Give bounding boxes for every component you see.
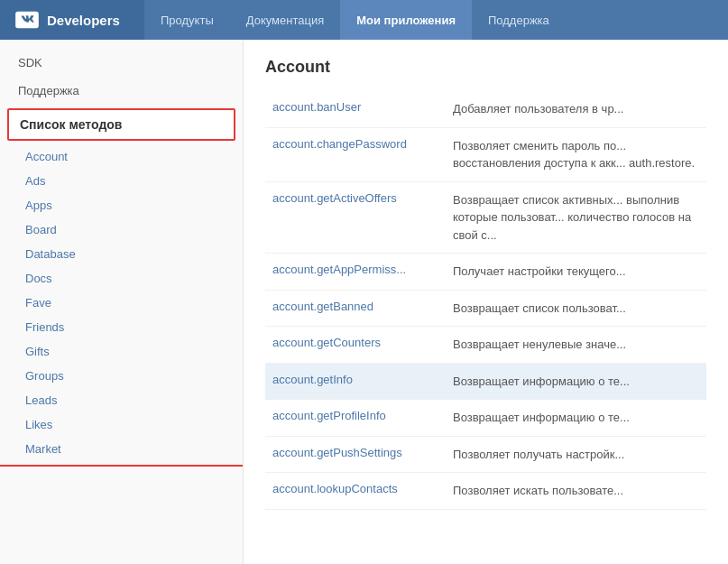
- sidebar-item-sdk[interactable]: SDK: [0, 49, 243, 77]
- api-method-desc: Возвращает список активных... выполнив к…: [446, 181, 706, 254]
- table-row: account.getPushSettingsПозволяет получат…: [265, 436, 706, 473]
- api-method-name[interactable]: account.getActiveOffers: [265, 181, 446, 254]
- api-method-desc: Позволяет получать настройк...: [446, 436, 706, 473]
- table-row: account.banUserДобавляет пользователя в …: [265, 91, 706, 127]
- api-table: account.banUserДобавляет пользователя в …: [265, 91, 706, 510]
- api-method-name[interactable]: account.getProfileInfo: [265, 400, 446, 437]
- sidebar-sub-apps[interactable]: Apps: [0, 193, 243, 217]
- table-row: account.changePasswordПозволяет сменить …: [265, 127, 706, 181]
- api-method-desc: Возвращает список пользоват...: [446, 290, 706, 327]
- nav-item-apps[interactable]: Мои приложения: [340, 0, 472, 40]
- sidebar-sub-database[interactable]: Database: [0, 242, 243, 266]
- sidebar: SDK Поддержка Список методов Account Ads…: [0, 40, 244, 564]
- api-method-desc: Добавляет пользователя в чр...: [446, 91, 706, 127]
- api-method-desc: Получает настройки текущего...: [446, 254, 706, 291]
- api-method-name[interactable]: account.lookupContacts: [265, 473, 446, 510]
- nav-item-docs[interactable]: Документация: [230, 0, 341, 40]
- sidebar-sub-gifts[interactable]: Gifts: [0, 339, 243, 364]
- sidebar-sub-groups[interactable]: Groups: [0, 364, 243, 388]
- sidebar-sub-likes[interactable]: Likes: [0, 412, 243, 437]
- table-row: account.getInfoВозвращает информацию о т…: [265, 363, 706, 400]
- section-title: Account: [265, 58, 706, 77]
- logo[interactable]: Developers: [0, 0, 144, 40]
- vk-logo-icon: [14, 7, 40, 32]
- sidebar-sub-ads[interactable]: Ads: [0, 169, 243, 193]
- sidebar-sub-account[interactable]: Account: [0, 144, 243, 169]
- table-row: account.getCountersВозвращает ненулевые …: [265, 327, 706, 364]
- sidebar-section-header[interactable]: Список методов: [7, 108, 235, 141]
- sidebar-sub-fave[interactable]: Fave: [0, 291, 243, 315]
- api-method-desc: Возвращает информацию о те...: [446, 363, 706, 400]
- top-nav: Developers Продукты Документация Мои при…: [0, 0, 728, 40]
- sidebar-sub-leads[interactable]: Leads: [0, 388, 243, 412]
- api-method-name[interactable]: account.getInfo: [265, 363, 446, 400]
- table-row: account.getBannedВозвращает список польз…: [265, 290, 706, 327]
- main-content: Account account.banUserДобавляет пользов…: [244, 40, 728, 564]
- api-method-name[interactable]: account.getAppPermiss...: [265, 254, 446, 291]
- api-method-desc: Позволяет сменить пароль по... восстанов…: [446, 127, 706, 181]
- sidebar-sub-friends[interactable]: Friends: [0, 315, 243, 339]
- sidebar-sub-docs[interactable]: Docs: [0, 266, 243, 291]
- sidebar-sub-market[interactable]: Market: [0, 437, 243, 467]
- nav-items: Продукты Документация Мои приложения Под…: [144, 0, 728, 40]
- sidebar-item-support[interactable]: Поддержка: [0, 77, 243, 105]
- api-method-name[interactable]: account.getBanned: [265, 290, 446, 327]
- nav-item-support[interactable]: Поддержка: [472, 0, 566, 40]
- api-method-name[interactable]: account.getPushSettings: [265, 436, 446, 473]
- layout: SDK Поддержка Список методов Account Ads…: [0, 40, 728, 564]
- api-method-desc: Возвращает ненулевые значе...: [446, 327, 706, 364]
- table-row: account.getAppPermiss...Получает настрой…: [265, 254, 706, 291]
- api-method-name[interactable]: account.getCounters: [265, 327, 446, 364]
- table-row: account.getProfileInfoВозвращает информа…: [265, 400, 706, 437]
- table-row: account.lookupContactsПозволяет искать п…: [265, 473, 706, 510]
- api-method-desc: Позволяет искать пользовате...: [446, 473, 706, 510]
- api-method-name[interactable]: account.changePassword: [265, 127, 446, 181]
- api-method-name[interactable]: account.banUser: [265, 91, 446, 127]
- logo-text: Developers: [47, 13, 120, 28]
- sidebar-sub-board[interactable]: Board: [0, 217, 243, 242]
- nav-item-products[interactable]: Продукты: [144, 0, 230, 40]
- api-method-desc: Возвращает информацию о те...: [446, 400, 706, 437]
- table-row: account.getActiveOffersВозвращает список…: [265, 181, 706, 254]
